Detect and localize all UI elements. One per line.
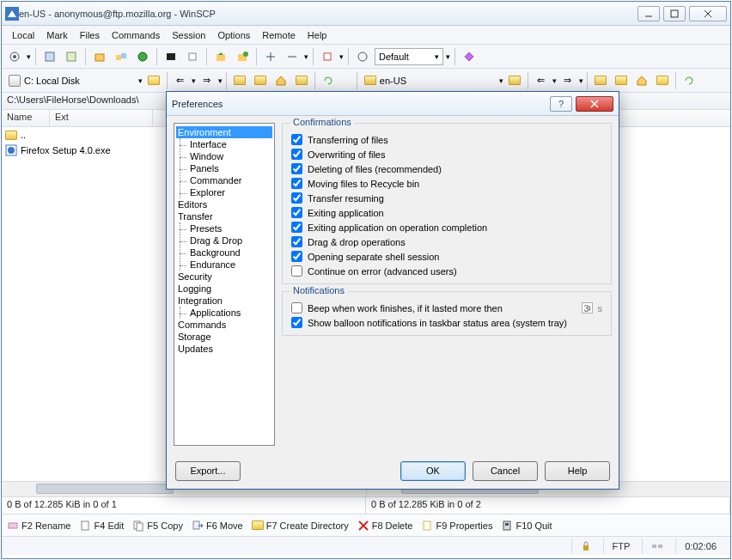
- dialog-close-button[interactable]: [576, 96, 613, 112]
- minimize-button[interactable]: [637, 6, 660, 21]
- f9-properties[interactable]: F9 Properties: [421, 520, 492, 532]
- tree-window[interactable]: Window: [188, 150, 272, 162]
- tool-icon[interactable]: [112, 47, 131, 66]
- tree-dragdrop[interactable]: Drag & Drop: [188, 234, 272, 247]
- tree-interface[interactable]: Interface: [188, 138, 272, 150]
- dialog-title: Preferences: [172, 99, 546, 109]
- preset-combo[interactable]: Default: [375, 48, 443, 65]
- tree-panels[interactable]: Panels: [188, 162, 272, 174]
- tool-icon[interactable]: [353, 47, 372, 66]
- chk-delete[interactable]: Deleting of files (recommended): [291, 161, 602, 176]
- tool-settings-icon[interactable]: [5, 47, 24, 66]
- maximize-button[interactable]: [663, 6, 686, 21]
- col-ext[interactable]: Ext: [50, 110, 153, 126]
- tool-icon[interactable]: [211, 47, 230, 66]
- chk-exit[interactable]: Exiting application: [291, 205, 602, 220]
- menu-help[interactable]: Help: [302, 28, 332, 42]
- tree-endurance[interactable]: Endurance: [188, 259, 272, 271]
- tree-storage[interactable]: Storage: [176, 331, 272, 343]
- tree-transfer[interactable]: Transfer: [176, 210, 272, 222]
- chk-balloon[interactable]: Show balloon notifications in taskbar st…: [291, 315, 602, 330]
- tree-integration[interactable]: Integration: [176, 295, 272, 307]
- folder-icon[interactable]: [251, 71, 270, 90]
- menu-files[interactable]: Files: [75, 28, 105, 42]
- home-icon[interactable]: [632, 71, 651, 90]
- tool-icon[interactable]: [233, 47, 252, 66]
- help-button[interactable]: Help: [545, 461, 610, 481]
- chk-beep[interactable]: Beep when work finishes, if it lasted mo…: [291, 301, 602, 315]
- f8-delete[interactable]: F8 Delete: [357, 520, 413, 532]
- home-icon[interactable]: [271, 71, 290, 90]
- ok-button[interactable]: OK: [400, 461, 466, 481]
- tool-icon[interactable]: [460, 47, 479, 66]
- tree-applications[interactable]: Applications: [188, 307, 272, 319]
- tool-icon[interactable]: [261, 47, 280, 66]
- forward-icon[interactable]: ⇒: [198, 71, 217, 90]
- tool-icon[interactable]: [162, 47, 180, 66]
- back-icon[interactable]: ⇐: [532, 71, 551, 90]
- tree-commander[interactable]: Commander: [188, 174, 272, 186]
- tree-updates[interactable]: Updates: [176, 343, 272, 355]
- folder-icon[interactable]: [612, 71, 631, 90]
- f4-edit[interactable]: F4 Edit: [79, 520, 124, 532]
- tree-explorer[interactable]: Explorer: [188, 186, 272, 198]
- chk-resume[interactable]: Transfer resuming: [291, 191, 602, 205]
- left-status: 0 B of 12.285 KiB in 0 of 1: [2, 497, 366, 514]
- refresh-icon[interactable]: [680, 71, 698, 90]
- preferences-tree[interactable]: Environment Interface Window Panels Comm…: [174, 123, 275, 446]
- menu-options[interactable]: Options: [212, 28, 255, 42]
- tree-editors[interactable]: Editors: [176, 198, 272, 210]
- tree-commands[interactable]: Commands: [176, 319, 272, 331]
- close-button[interactable]: [689, 6, 727, 21]
- chk-exit-op[interactable]: Exiting application on operation complet…: [291, 220, 602, 234]
- tool-icon[interactable]: [318, 47, 337, 66]
- folder-icon[interactable]: [230, 71, 249, 90]
- cancel-button[interactable]: Cancel: [473, 461, 538, 481]
- svg-rect-35: [583, 545, 589, 551]
- tool-icon[interactable]: [40, 47, 59, 66]
- svg-rect-8: [67, 52, 76, 61]
- f5-copy[interactable]: F5 Copy: [132, 520, 183, 532]
- tree-presets[interactable]: Presets: [188, 222, 272, 234]
- folder-icon[interactable]: [591, 71, 610, 90]
- left-drive-selector[interactable]: C: Local Disk: [5, 75, 83, 87]
- tool-icon[interactable]: [90, 47, 109, 66]
- refresh-icon[interactable]: [319, 71, 338, 90]
- chk-recycle[interactable]: Moving files to Recycle bin: [291, 176, 602, 191]
- tree-environment[interactable]: Environment: [176, 126, 272, 138]
- f7-create-dir[interactable]: F7 Create Directory: [252, 520, 349, 531]
- menu-session[interactable]: Session: [167, 28, 210, 42]
- tree-background[interactable]: Background: [188, 247, 272, 259]
- col-name[interactable]: Name: [2, 110, 50, 126]
- chk-shell[interactable]: Opening separate shell session: [291, 249, 602, 264]
- menu-commands[interactable]: Commands: [107, 28, 165, 42]
- folder-open-icon[interactable]: [144, 71, 163, 90]
- back-icon[interactable]: ⇐: [171, 71, 190, 90]
- tool-icon[interactable]: [62, 47, 81, 66]
- f10-quit[interactable]: F10 Quit: [501, 520, 552, 532]
- chk-transfer[interactable]: Transferring of files: [291, 132, 602, 147]
- chk-continue[interactable]: Continue on error (advanced users): [291, 264, 602, 278]
- chk-dragdrop[interactable]: Drag & drop operations: [291, 234, 602, 249]
- svg-point-6: [13, 55, 16, 58]
- export-button[interactable]: Export...: [175, 461, 241, 481]
- svg-rect-26: [82, 521, 88, 530]
- forward-icon[interactable]: ⇒: [558, 71, 577, 90]
- folder-open-icon[interactable]: [505, 71, 524, 90]
- tree-security[interactable]: Security: [176, 271, 272, 283]
- beep-seconds-input[interactable]: [582, 302, 593, 313]
- folder-icon[interactable]: [292, 71, 311, 90]
- menu-local[interactable]: Local: [7, 28, 40, 42]
- menu-mark[interactable]: Mark: [41, 28, 72, 42]
- tool-icon[interactable]: [133, 47, 152, 66]
- menu-remote[interactable]: Remote: [257, 28, 301, 42]
- tree-logging[interactable]: Logging: [176, 283, 272, 295]
- right-dir-selector[interactable]: en-US: [361, 76, 410, 86]
- f6-move[interactable]: F6 Move: [192, 520, 243, 532]
- folder-icon[interactable]: [653, 71, 672, 90]
- chk-overwrite[interactable]: Overwriting of files: [291, 147, 602, 161]
- tool-icon[interactable]: [183, 47, 202, 66]
- help-button[interactable]: ?: [550, 96, 572, 112]
- tool-icon[interactable]: [283, 47, 302, 66]
- f2-rename[interactable]: F2 Rename: [7, 520, 70, 532]
